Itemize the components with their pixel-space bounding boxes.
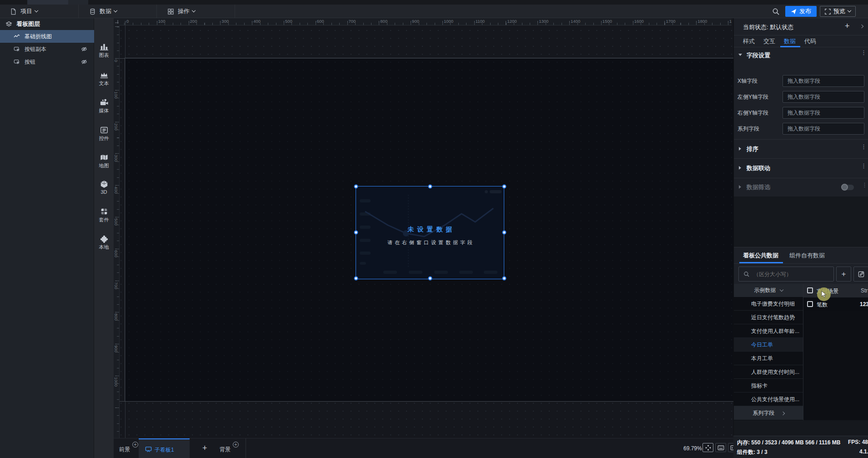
shortcuts-button[interactable] xyxy=(715,443,726,452)
empty-state-title: 未设置数据 xyxy=(356,226,504,234)
kebab-menu-icon[interactable]: ⋮ xyxy=(861,165,865,167)
dataset-list-footer[interactable]: 系列字段 xyxy=(734,406,803,420)
dock-item-text[interactable]: 文本 xyxy=(94,71,114,92)
dock-item-media[interactable]: 媒体 xyxy=(94,98,114,119)
dataset-item[interactable]: 公共支付场景使用... xyxy=(734,393,803,406)
dock-item-charts[interactable]: 图表 xyxy=(94,43,114,64)
field-checkbox[interactable] xyxy=(807,301,813,307)
add-dataset-button[interactable]: + xyxy=(836,267,851,282)
kebab-menu-icon[interactable]: ⋮ xyxy=(861,146,865,148)
edit-dataset-button[interactable] xyxy=(853,267,868,282)
resize-handle-n[interactable] xyxy=(428,185,432,189)
resize-handle-e[interactable] xyxy=(502,231,507,235)
dataset-item[interactable]: 近日支付笔数趋势 xyxy=(734,311,803,324)
background-label[interactable]: 背景 xyxy=(220,446,231,453)
menu-operate[interactable]: 操作 xyxy=(161,5,201,18)
h-ruler-label: 700 xyxy=(349,19,356,24)
dataset-item[interactable]: 电子缴费支付明细 xyxy=(734,297,803,311)
sort-section-header[interactable]: 排序 ⋮ xyxy=(734,140,868,158)
eye-off-icon[interactable] xyxy=(81,59,87,65)
components-count: 组件数: 3 / 3 xyxy=(737,448,768,456)
field-type: Str xyxy=(861,287,868,294)
v-ruler-label: 300 xyxy=(114,155,119,162)
dataset-item[interactable]: 支付使用人群年龄... xyxy=(734,324,803,338)
inspector-tabs: 样式 交互 数据 代码 xyxy=(734,35,868,47)
canvas[interactable]: 0100200300400500600700800900100011001200… xyxy=(114,18,733,438)
kebab-menu-icon[interactable]: ⋮ xyxy=(861,51,865,54)
add-subboard-button[interactable]: + xyxy=(202,443,207,453)
resize-handle-ne[interactable] xyxy=(502,185,507,189)
zoom-level[interactable]: 69.79% xyxy=(683,445,702,452)
dataset-item[interactable]: 人群使用支付时间... xyxy=(734,365,803,379)
h-ruler-label: 100 xyxy=(158,19,166,24)
chevron-down-icon xyxy=(35,9,38,12)
field-row[interactable]: 笔数 123 xyxy=(803,297,868,311)
dock-item-3d[interactable]: 3D xyxy=(94,180,114,201)
tab-component-own-data[interactable]: 组件自有数据 xyxy=(789,252,825,260)
dataset-search-box[interactable] xyxy=(738,267,834,282)
layer-row-button[interactable]: 按钮 xyxy=(0,55,94,68)
field-row[interactable]: 支付场景 Str xyxy=(803,284,868,297)
right-y-axis-field-dropzone[interactable]: 拖入数据字段 xyxy=(783,107,864,119)
tab-interaction[interactable]: 交互 xyxy=(763,37,775,45)
dataset-group-header[interactable]: 示例数据 xyxy=(734,284,803,297)
add-state-button[interactable]: + xyxy=(845,21,850,31)
grid-icon xyxy=(167,8,174,15)
chevron-down-icon xyxy=(192,9,196,12)
tab-board-public-data[interactable]: 看板公共数据 xyxy=(743,252,778,260)
data-link-section-header[interactable]: 数据联动 ⋮ xyxy=(734,159,868,178)
data-filter-section-header[interactable]: 数据筛选 ⋮ xyxy=(734,178,868,196)
fit-view-button[interactable] xyxy=(702,443,713,452)
foreground-label[interactable]: 前景 xyxy=(119,446,130,453)
subboard-tab[interactable]: 子看板1 xyxy=(139,438,190,458)
field-checkbox[interactable] xyxy=(807,287,813,293)
add-foreground-button[interactable]: + xyxy=(132,442,138,448)
left-y-axis-field-dropzone[interactable]: 拖入数据字段 xyxy=(783,91,864,103)
tab-style[interactable]: 样式 xyxy=(743,37,755,45)
resize-handle-s[interactable] xyxy=(428,277,432,281)
dataset-item-selected[interactable]: 今日工单 xyxy=(734,338,803,352)
h-ruler-label: 300 xyxy=(221,19,229,24)
layer-row-button-copy[interactable]: 按钮副本 xyxy=(0,43,94,55)
tab-data[interactable]: 数据 xyxy=(784,37,796,45)
publish-button[interactable]: 发布 xyxy=(785,6,817,17)
document-icon xyxy=(10,8,17,15)
resize-handle-sw[interactable] xyxy=(354,277,358,281)
dock-item-widgets[interactable]: 控件 xyxy=(94,126,114,147)
x-axis-field-dropzone[interactable]: 拖入数据字段 xyxy=(783,75,864,87)
data-filter-toggle[interactable] xyxy=(842,185,854,190)
preview-button[interactable]: 预览 xyxy=(820,6,856,17)
publish-label: 发布 xyxy=(799,7,811,15)
expand-arrow-icon xyxy=(739,166,741,170)
dock-item-kit[interactable]: 套件 xyxy=(94,207,114,228)
resize-handle-w[interactable] xyxy=(354,231,358,235)
add-background-button[interactable]: + xyxy=(233,442,239,448)
kebab-menu-icon[interactable]: ⋮ xyxy=(862,184,866,186)
dataset-item[interactable]: 本月工单 xyxy=(734,352,803,365)
component-dock: 图表 文本 媒体 控件 地图 3D 套件 本地 xyxy=(94,18,114,458)
v-ruler-label: 700 xyxy=(114,282,119,289)
layer-label: 按钮 xyxy=(25,58,35,66)
line-chart-component[interactable]: 未设置数据 请在右侧窗口设置数据字段 xyxy=(356,186,504,279)
eye-off-icon[interactable] xyxy=(81,46,87,52)
fields-section-header[interactable]: 字段设置 ⋮ xyxy=(734,47,868,63)
dock-item-local[interactable]: 本地 xyxy=(94,235,114,256)
menu-data[interactable]: 数据 xyxy=(83,5,123,18)
layer-label: 按钮副本 xyxy=(25,45,46,53)
dataset-item[interactable]: 指标卡 xyxy=(734,379,803,393)
dataset-search-input[interactable] xyxy=(753,267,831,281)
chevron-right-icon[interactable] xyxy=(860,25,863,28)
canvas-area[interactable]: 未设置数据 请在右侧窗口设置数据字段 xyxy=(120,25,733,438)
widget-panel-icon xyxy=(100,126,109,134)
layers-panel-title: 看板图层 xyxy=(16,20,40,28)
resize-handle-se[interactable] xyxy=(502,277,507,281)
menu-project[interactable]: 项目 xyxy=(4,5,44,18)
tab-code[interactable]: 代码 xyxy=(804,37,816,45)
search-icon[interactable] xyxy=(772,8,780,15)
tabs-divider xyxy=(734,263,868,264)
resize-handle-nw[interactable] xyxy=(354,185,358,189)
keyboard-icon xyxy=(717,445,724,450)
series-field-dropzone[interactable]: 拖入数据字段 xyxy=(783,123,864,135)
dock-item-map[interactable]: 地图 xyxy=(94,153,114,174)
layer-row-line-chart[interactable]: 基础折线图 xyxy=(0,30,94,43)
